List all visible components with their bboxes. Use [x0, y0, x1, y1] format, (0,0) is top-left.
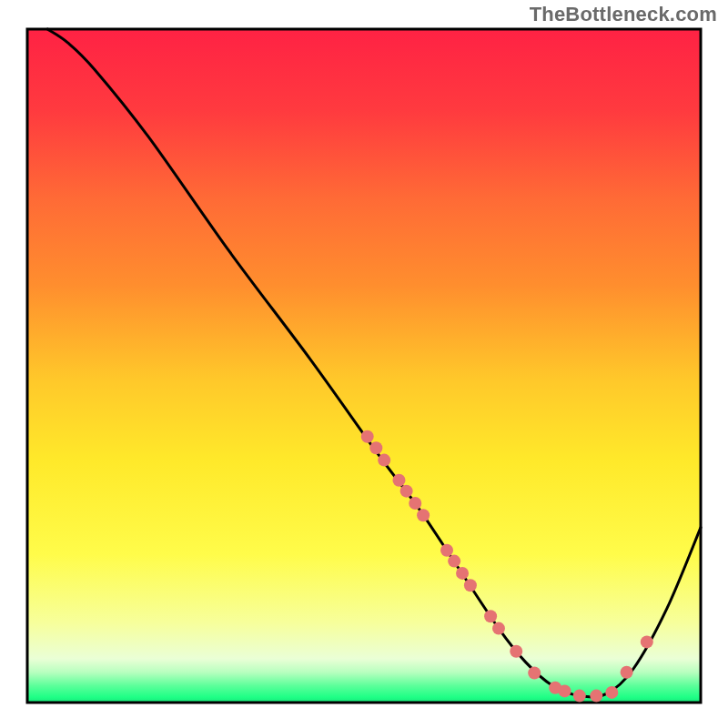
- highlight-point: [456, 567, 469, 580]
- plot-background: [27, 29, 701, 703]
- highlight-point: [392, 474, 405, 487]
- highlight-point: [484, 610, 497, 622]
- highlight-point: [605, 686, 618, 699]
- highlight-point: [528, 666, 541, 679]
- highlight-point: [448, 555, 460, 568]
- highlight-point: [510, 645, 522, 658]
- attribution-text: TheBottleneck.com: [530, 3, 717, 26]
- highlight-point: [492, 622, 505, 635]
- highlight-point: [369, 441, 382, 454]
- highlight-point: [559, 684, 571, 697]
- highlight-point: [440, 544, 453, 557]
- highlight-point: [400, 485, 413, 498]
- highlight-point: [621, 666, 633, 679]
- highlight-point: [417, 509, 430, 521]
- highlight-point: [378, 454, 390, 467]
- highlight-point: [361, 430, 374, 443]
- highlight-point: [641, 635, 653, 648]
- highlight-point: [464, 579, 477, 592]
- bottleneck-chart: [0, 0, 728, 728]
- highlight-point: [409, 497, 421, 510]
- highlight-point: [590, 690, 602, 703]
- highlight-point: [573, 690, 586, 703]
